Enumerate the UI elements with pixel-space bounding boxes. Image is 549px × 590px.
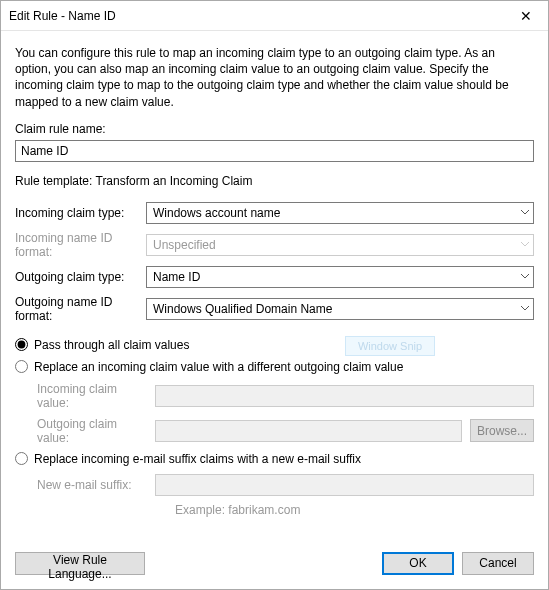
outgoing-name-id-format-value: Windows Qualified Domain Name (147, 302, 515, 316)
titlebar: Edit Rule - Name ID ✕ (1, 1, 548, 31)
incoming-claim-value-label: Incoming claim value: (37, 382, 147, 410)
new-email-suffix-label: New e-mail suffix: (37, 478, 147, 492)
incoming-name-id-format-value: Unspecified (147, 238, 515, 252)
content-area: You can configure this rule to map an in… (1, 31, 548, 537)
new-email-suffix-row: New e-mail suffix: (37, 474, 534, 496)
window-snip-ghost: Window Snip (345, 336, 435, 356)
replace-value-radio-row: Replace an incoming claim value with a d… (15, 360, 534, 374)
outgoing-claim-value-row: Outgoing claim value: Browse... (37, 417, 534, 445)
outgoing-claim-type-value: Name ID (147, 270, 515, 284)
incoming-claim-value-input (155, 385, 534, 407)
incoming-name-id-format-row: Incoming name ID format: Unspecified (15, 231, 534, 259)
cancel-button[interactable]: Cancel (462, 552, 534, 575)
pass-through-radio-row: Pass through all claim values Window Sni… (15, 338, 534, 352)
view-rule-language-button[interactable]: View Rule Language... (15, 552, 145, 575)
chevron-down-icon (515, 235, 533, 255)
description-text: You can configure this rule to map an in… (15, 45, 534, 110)
outgoing-name-id-format-row: Outgoing name ID format: Windows Qualifi… (15, 295, 534, 323)
outgoing-claim-type-row: Outgoing claim type: Name ID (15, 266, 534, 288)
incoming-claim-value-row: Incoming claim value: (37, 382, 534, 410)
incoming-name-id-format-label: Incoming name ID format: (15, 231, 140, 259)
replace-value-radio[interactable] (15, 360, 28, 373)
pass-through-radio[interactable] (15, 338, 28, 351)
radio-group: Pass through all claim values Window Sni… (15, 338, 534, 517)
footer: View Rule Language... OK Cancel (1, 537, 548, 589)
chevron-down-icon (515, 203, 533, 223)
replace-suffix-radio-row: Replace incoming e-mail suffix claims wi… (15, 452, 534, 466)
claim-rule-name-label: Claim rule name: (15, 122, 534, 136)
outgoing-claim-value-label: Outgoing claim value: (37, 417, 147, 445)
dialog-window: Edit Rule - Name ID ✕ You can configure … (0, 0, 549, 590)
outgoing-claim-value-input (155, 420, 462, 442)
outgoing-name-id-format-label: Outgoing name ID format: (15, 295, 140, 323)
outgoing-claim-type-select[interactable]: Name ID (146, 266, 534, 288)
window-title: Edit Rule - Name ID (1, 9, 503, 23)
close-icon[interactable]: ✕ (503, 1, 548, 31)
incoming-claim-type-label: Incoming claim type: (15, 206, 140, 220)
claim-rule-name-input[interactable] (15, 140, 534, 162)
replace-suffix-radio[interactable] (15, 452, 28, 465)
new-email-suffix-input (155, 474, 534, 496)
incoming-claim-type-row: Incoming claim type: Windows account nam… (15, 202, 534, 224)
example-text: Example: fabrikam.com (175, 503, 534, 517)
pass-through-label: Pass through all claim values (34, 338, 189, 352)
incoming-name-id-format-select: Unspecified (146, 234, 534, 256)
outgoing-claim-type-label: Outgoing claim type: (15, 270, 140, 284)
rule-template-text: Rule template: Transform an Incoming Cla… (15, 174, 534, 188)
ok-button[interactable]: OK (382, 552, 454, 575)
incoming-claim-type-select[interactable]: Windows account name (146, 202, 534, 224)
incoming-claim-type-value: Windows account name (147, 206, 515, 220)
outgoing-name-id-format-select[interactable]: Windows Qualified Domain Name (146, 298, 534, 320)
chevron-down-icon (515, 267, 533, 287)
replace-suffix-label: Replace incoming e-mail suffix claims wi… (34, 452, 361, 466)
chevron-down-icon (515, 299, 533, 319)
browse-button: Browse... (470, 419, 534, 442)
replace-value-label: Replace an incoming claim value with a d… (34, 360, 403, 374)
